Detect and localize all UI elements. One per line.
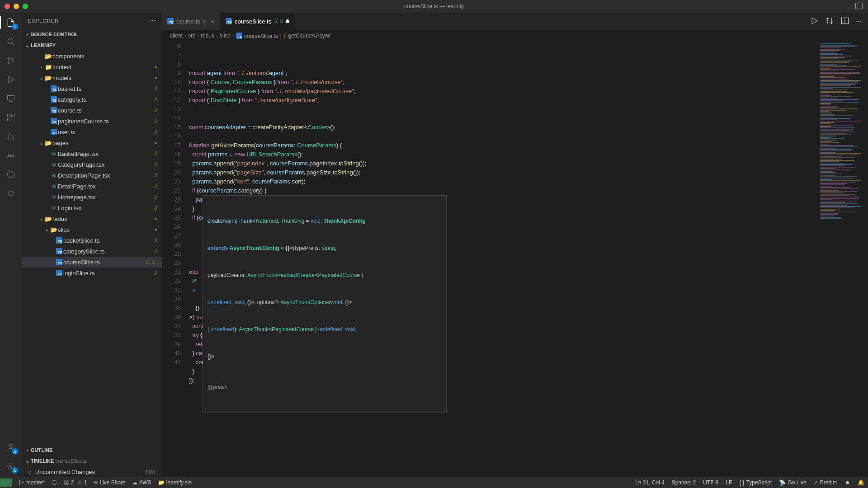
- file-item[interactable]: ⚛Homepage.tsxU: [22, 192, 162, 202]
- svg-marker-17: [812, 18, 817, 23]
- account-tab[interactable]: 1: [5, 441, 17, 454]
- folder-item[interactable]: ⌄📂slice●: [22, 224, 162, 235]
- svg-point-15: [9, 444, 13, 447]
- file-item[interactable]: TScategory.tsU: [22, 94, 162, 105]
- svg-rect-13: [8, 118, 10, 121]
- live-share-indicator[interactable]: ⟲ Live Share: [93, 479, 125, 486]
- svg-line-3: [12, 43, 14, 45]
- svg-point-2: [8, 38, 13, 44]
- traffic-lights: [5, 4, 28, 9]
- cursor-position[interactable]: Ln 31, Col 4: [635, 479, 665, 486]
- language-indicator[interactable]: { } TypeScript: [739, 479, 772, 486]
- svg-point-20: [19, 480, 20, 481]
- folder-item[interactable]: ⌄📂pages●: [22, 137, 162, 148]
- layout-toggle-icon[interactable]: [854, 1, 863, 12]
- file-item[interactable]: TSbasketSlice.tsU: [22, 235, 162, 246]
- tab-actions: ⋯: [810, 13, 868, 30]
- close-window-button[interactable]: [5, 4, 10, 9]
- compare-icon[interactable]: [825, 16, 834, 27]
- svg-rect-11: [8, 114, 10, 117]
- window-title: courseSlice.ts — learnify: [404, 3, 464, 9]
- file-item[interactable]: TSbasket.tsU: [22, 83, 162, 94]
- search-tab[interactable]: [5, 35, 17, 48]
- file-tree: 📂components›📁context●⌄📂models●TSbasket.t…: [22, 51, 162, 445]
- titlebar: courseSlice.ts — learnify: [0, 0, 868, 13]
- go-live-indicator[interactable]: 📡 Go Live: [779, 479, 806, 486]
- github-tab[interactable]: [5, 168, 17, 181]
- branch-indicator[interactable]: master*: [18, 479, 45, 486]
- eol-indicator[interactable]: LF: [726, 479, 732, 486]
- folder-item[interactable]: 📂components: [22, 51, 162, 61]
- extensions-tab[interactable]: [5, 111, 17, 124]
- remote-tab[interactable]: [5, 92, 17, 105]
- explorer-sidebar: EXPLORER ⋯ ›SOURCE CONTROL ⌄LEARNIFY 📂co…: [22, 13, 162, 477]
- more-tabs-icon[interactable]: ⋯: [856, 18, 862, 25]
- svg-rect-8: [8, 95, 14, 100]
- svg-point-4: [8, 57, 9, 59]
- signature-tooltip: createAsyncThunk<Returned, ThunkArg = vo…: [203, 195, 447, 413]
- editor-area: TScourse.tsU×TScourseSlice.ts3, U ⋯ clie…: [162, 13, 868, 477]
- minimize-window-button[interactable]: [14, 4, 19, 9]
- svg-point-14: [8, 171, 14, 178]
- svg-point-21: [19, 483, 20, 484]
- minimap[interactable]: [818, 42, 868, 477]
- line-numbers: 6789101112131415161718192021222324252627…: [162, 42, 189, 477]
- maximize-window-button[interactable]: [23, 4, 28, 9]
- run-debug-tab[interactable]: [5, 73, 17, 86]
- run-icon[interactable]: [810, 16, 819, 27]
- solution-indicator[interactable]: 📁 learnify.sln: [158, 479, 192, 486]
- breadcrumb[interactable]: client›src›redux›slice›TScourseSlice.ts›…: [162, 30, 868, 42]
- source-control-section[interactable]: ›SOURCE CONTROL: [22, 29, 162, 40]
- outline-section[interactable]: ›OUTLINE: [22, 445, 162, 455]
- test-tab[interactable]: [5, 130, 17, 143]
- svg-point-6: [12, 60, 14, 61]
- activity-bar: 1 aws 1 1: [0, 13, 22, 477]
- aws-indicator[interactable]: ☁ AWS: [132, 479, 151, 486]
- folder-item[interactable]: ›📁context●: [22, 61, 162, 72]
- explorer-tab[interactable]: 1: [5, 16, 17, 29]
- svg-rect-12: [12, 114, 14, 117]
- svg-marker-7: [9, 76, 14, 82]
- split-icon[interactable]: [840, 16, 849, 27]
- explorer-more-icon[interactable]: ⋯: [150, 18, 156, 24]
- share-tab[interactable]: [5, 187, 17, 200]
- file-item[interactable]: ⚛DescriptionPage.tsxU: [22, 170, 162, 181]
- problems-indicator[interactable]: ⓧ 2 ⚠ 1: [64, 479, 87, 487]
- code-editor[interactable]: createAsyncThunk<Returned, ThunkArg = vo…: [189, 42, 818, 477]
- file-item[interactable]: TScategorySlice.tsU: [22, 246, 162, 257]
- timeline-item[interactable]: ○ Uncommitted Changes now: [22, 466, 162, 477]
- file-item[interactable]: TSpaginatedCourse.tsU: [22, 116, 162, 127]
- aws-tab[interactable]: aws: [5, 149, 17, 162]
- prettier-indicator[interactable]: ✓ Prettier: [814, 479, 838, 486]
- explorer-title: EXPLORER: [28, 18, 59, 23]
- svg-point-5: [8, 62, 9, 63]
- settings-tab[interactable]: 1: [5, 460, 17, 473]
- file-item[interactable]: TSloginSlice.tsU: [22, 267, 162, 278]
- file-item[interactable]: ⚛Login.tsxU: [22, 202, 162, 213]
- file-item[interactable]: TSuser.tsU: [22, 127, 162, 137]
- explorer-badge: 1: [12, 23, 18, 30]
- file-item[interactable]: TScourse.tsU: [22, 105, 162, 116]
- folder-item[interactable]: ⌄📂redux●: [22, 213, 162, 224]
- file-item[interactable]: ⚛DetailPage.tsxU: [22, 181, 162, 192]
- file-item[interactable]: ⚛BasketPage.tsxU: [22, 148, 162, 159]
- encoding-indicator[interactable]: UTF-8: [703, 479, 718, 486]
- notifications-icon[interactable]: 🔔: [858, 479, 864, 486]
- svg-point-22: [22, 482, 23, 483]
- file-item[interactable]: TScourseSlice.ts3, U: [22, 257, 162, 267]
- file-item[interactable]: ⚛CategoryPage.tsxU: [22, 159, 162, 170]
- spaces-indicator[interactable]: Spaces: 2: [672, 479, 696, 486]
- remote-indicator[interactable]: [0, 479, 12, 487]
- editor-tab[interactable]: TScourse.tsU×: [162, 13, 220, 30]
- source-control-tab[interactable]: [5, 54, 17, 67]
- tab-bar: TScourse.tsU×TScourseSlice.ts3, U ⋯: [162, 13, 868, 30]
- svg-point-16: [10, 465, 12, 468]
- editor-tab[interactable]: TScourseSlice.ts3, U: [220, 13, 295, 30]
- feedback-icon[interactable]: ☻: [844, 479, 850, 486]
- timeline-section[interactable]: ⌄TIMELINE courseSlice.ts: [22, 455, 162, 466]
- folder-item[interactable]: ⌄📂models●: [22, 72, 162, 83]
- workspace-section[interactable]: ⌄LEARNIFY: [22, 40, 162, 51]
- svg-rect-0: [856, 3, 863, 9]
- sync-indicator[interactable]: [51, 479, 57, 486]
- status-bar: master* ⓧ 2 ⚠ 1 ⟲ Live Share ☁ AWS 📁 lea…: [0, 477, 868, 488]
